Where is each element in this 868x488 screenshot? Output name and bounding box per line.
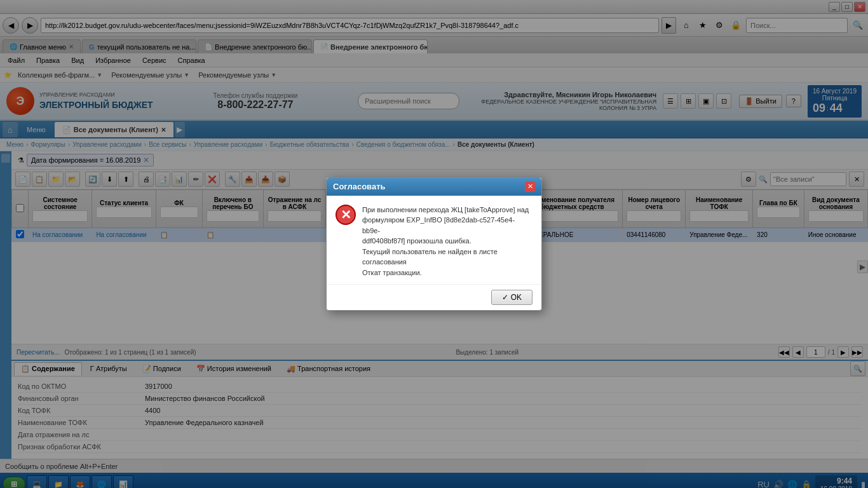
error-x-icon: ✕ (341, 207, 351, 222)
modal-msg-4: Текущий пользователь не найден в листе (362, 247, 532, 257)
modal-header: Согласовать ✕ (327, 178, 541, 196)
modal-ok-button[interactable]: ✓ OK (491, 290, 532, 305)
modal-dialog: Согласовать ✕ ✕ При выполнении перехода … (326, 177, 542, 311)
modal-msg-1: При выполнении перехода ЖЦ [takeToApprov… (362, 205, 532, 215)
modal-title: Согласовать (333, 182, 386, 191)
modal-msg-2: формуляром EXP_InfBO [8d8e2dab-c527-45e4… (362, 215, 532, 236)
ok-label: OK (511, 293, 522, 302)
modal-msg-3: ddf0408bf87f] произошла ошибка. (362, 236, 532, 247)
modal-close-icon: ✕ (527, 182, 533, 191)
modal-close-button[interactable]: ✕ (525, 182, 535, 192)
modal-msg-6: Откат транзакции. (362, 268, 532, 278)
modal-body: ✕ При выполнении перехода ЖЦ [takeToAppr… (327, 196, 541, 285)
modal-error-icon: ✕ (336, 205, 356, 225)
modal-msg-5: согласования (362, 257, 532, 268)
ok-check-icon: ✓ (502, 293, 508, 302)
modal-overlay: Согласовать ✕ ✕ При выполнении перехода … (0, 0, 868, 488)
modal-text: При выполнении перехода ЖЦ [takeToApprov… (362, 205, 532, 278)
modal-footer: ✓ OK (327, 284, 541, 310)
